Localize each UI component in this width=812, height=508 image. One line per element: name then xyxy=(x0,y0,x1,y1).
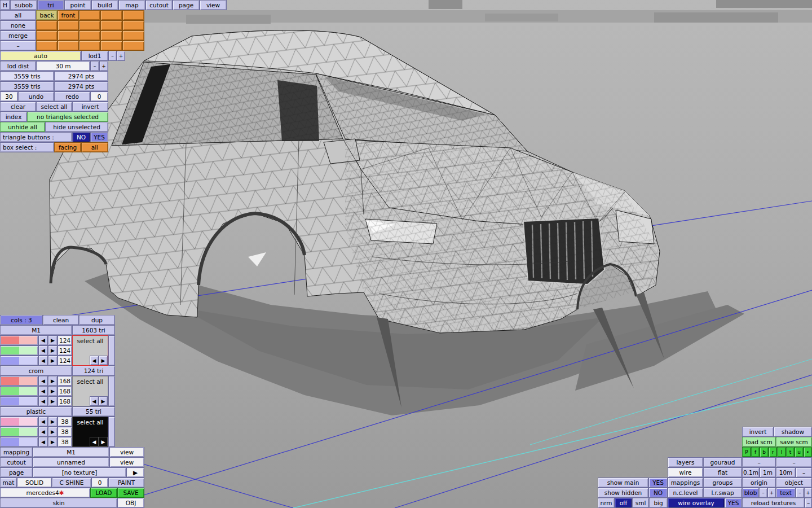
channel-right-arrow[interactable]: ▶ xyxy=(48,437,58,447)
subobj-grid-cell[interactable] xyxy=(79,20,100,30)
channel-left-arrow[interactable]: ◀ xyxy=(38,396,48,406)
channel-right-arrow[interactable]: ▶ xyxy=(48,356,58,366)
lod-dist-plus-button[interactable]: + xyxy=(99,61,108,71)
mapping-value-field[interactable]: M1 xyxy=(33,447,109,457)
blob-minus-button[interactable]: – xyxy=(759,488,767,498)
lod-plus-button[interactable]: + xyxy=(117,51,125,61)
triangle-buttons-no[interactable]: NO xyxy=(72,132,90,142)
index-button[interactable]: index xyxy=(0,112,27,122)
material-swatch-green[interactable] xyxy=(0,427,38,437)
material-dup-button[interactable]: dup xyxy=(79,315,115,325)
material-swatch-green[interactable] xyxy=(0,345,38,356)
select-all-button[interactable]: select all xyxy=(36,102,72,112)
material-next-arrow[interactable]: ▶ xyxy=(99,437,108,446)
grid-10m-button[interactable]: 10m xyxy=(776,467,796,478)
subobj-grid-cell[interactable] xyxy=(100,41,122,51)
invert-view-button[interactable]: invert xyxy=(742,427,774,437)
nrm-off-button[interactable]: off xyxy=(615,498,632,508)
channel-right-arrow[interactable]: ▶ xyxy=(48,376,58,386)
viewport-3d[interactable] xyxy=(0,0,812,508)
lod1-button[interactable]: lod1 xyxy=(81,51,108,61)
proj-right-button[interactable]: r xyxy=(769,447,777,457)
channel-left-arrow[interactable]: ◀ xyxy=(38,356,48,366)
redo-button[interactable]: redo xyxy=(54,91,90,102)
nc-level-button[interactable]: n.c.level xyxy=(668,488,703,498)
cutout-view-button[interactable]: view xyxy=(109,457,144,467)
undo-button[interactable]: undo xyxy=(18,91,54,102)
save-button[interactable]: SAVE xyxy=(117,488,144,498)
menu-item-cutout[interactable]: cutout xyxy=(145,0,173,10)
clear-button[interactable]: clear xyxy=(0,102,36,112)
mat-shine-value[interactable]: 0 xyxy=(91,478,108,488)
dash-button[interactable]: – xyxy=(796,467,812,478)
show-main-toggle[interactable]: YES xyxy=(648,478,668,488)
subobj-dash-button[interactable]: – xyxy=(0,41,36,51)
material-swatch-pink[interactable] xyxy=(0,417,38,427)
material-name[interactable]: crom xyxy=(0,366,72,376)
subobj-grid-cell[interactable] xyxy=(79,30,100,41)
flat-button[interactable]: flat xyxy=(703,467,742,478)
subobj-grid-cell[interactable] xyxy=(79,41,100,51)
load-button[interactable]: LOAD xyxy=(90,488,117,498)
material-prev-arrow[interactable]: ◀ xyxy=(90,356,99,365)
subobj-grid-cell[interactable] xyxy=(122,20,144,30)
menu-h[interactable]: H xyxy=(0,0,10,10)
reload-textures-button[interactable]: reload textures xyxy=(742,498,805,508)
menu-item-view[interactable]: view xyxy=(200,0,227,10)
subobj-none-button[interactable]: none xyxy=(0,20,36,30)
cutout-value-field[interactable]: unnamed xyxy=(33,457,109,467)
triangle-buttons-yes[interactable]: YES xyxy=(90,132,108,142)
subobj-back-cell[interactable]: back xyxy=(36,10,58,20)
channel-right-arrow[interactable]: ▶ xyxy=(48,335,58,345)
mappings-button[interactable]: mappings xyxy=(668,478,703,488)
menu-item-page[interactable]: page xyxy=(173,0,200,10)
material-name[interactable]: M1 xyxy=(0,325,72,335)
material-swatch-red[interactable] xyxy=(0,335,38,345)
subobj-grid-cell[interactable] xyxy=(122,30,144,41)
channel-right-arrow[interactable]: ▶ xyxy=(48,417,58,427)
grid-1m-button[interactable]: 1m xyxy=(760,467,776,478)
material-cols-button[interactable]: cols : 3 xyxy=(0,315,43,325)
material-swatch-red[interactable] xyxy=(0,376,38,386)
lod-minus-button[interactable]: – xyxy=(108,51,117,61)
subobj-merge-button[interactable]: merge xyxy=(0,30,36,41)
subobj-grid-cell[interactable] xyxy=(36,20,58,30)
material-next-arrow[interactable]: ▶ xyxy=(99,396,108,406)
wire-overlay-toggle[interactable]: YES xyxy=(725,498,742,508)
subobj-grid-cell[interactable] xyxy=(58,20,79,30)
menu-item-point[interactable]: point xyxy=(64,0,91,10)
show-hidden-toggle[interactable]: NO xyxy=(648,488,668,498)
channel-left-arrow[interactable]: ◀ xyxy=(38,335,48,345)
material-swatch-green[interactable] xyxy=(0,386,38,396)
material-swatch-blue[interactable] xyxy=(0,437,38,447)
lod-dist-minus-button[interactable]: – xyxy=(90,61,99,71)
mat-solid-button[interactable]: SOLID xyxy=(17,478,52,488)
material-prev-arrow[interactable]: ◀ xyxy=(90,437,99,446)
menu-item-subob[interactable]: subob xyxy=(10,0,37,10)
box-select-all-button[interactable]: all xyxy=(81,142,108,152)
channel-right-arrow[interactable]: ▶ xyxy=(48,427,58,437)
lod-auto-button[interactable]: auto xyxy=(0,51,81,61)
subobj-grid-cell[interactable] xyxy=(100,20,122,30)
unhide-all-button[interactable]: unhide all xyxy=(0,122,45,132)
save-scm-button[interactable]: save scm xyxy=(776,437,812,447)
proj-back-button[interactable]: b xyxy=(760,447,769,457)
dash-button[interactable]: – xyxy=(805,498,812,508)
proj-top-button[interactable]: t xyxy=(786,447,795,457)
page-next-button[interactable]: ▶ xyxy=(126,467,144,478)
menu-item-map[interactable]: map xyxy=(118,0,145,10)
blob-plus-button[interactable]: + xyxy=(767,488,776,498)
channel-left-arrow[interactable]: ◀ xyxy=(38,417,48,427)
object-button[interactable]: object xyxy=(776,478,812,488)
blob-button[interactable]: blob xyxy=(742,488,759,498)
material-name[interactable]: plastic xyxy=(0,406,72,417)
channel-left-arrow[interactable]: ◀ xyxy=(38,345,48,356)
proj-left-button[interactable]: l xyxy=(777,447,786,457)
material-prev-arrow[interactable]: ◀ xyxy=(90,396,99,406)
subobj-grid-cell[interactable] xyxy=(122,10,144,20)
origin-button[interactable]: origin xyxy=(742,478,776,488)
channel-right-arrow[interactable]: ▶ xyxy=(48,345,58,356)
material-swatch-blue[interactable] xyxy=(0,396,38,406)
proj-under-button[interactable]: u xyxy=(795,447,804,457)
channel-left-arrow[interactable]: ◀ xyxy=(38,376,48,386)
